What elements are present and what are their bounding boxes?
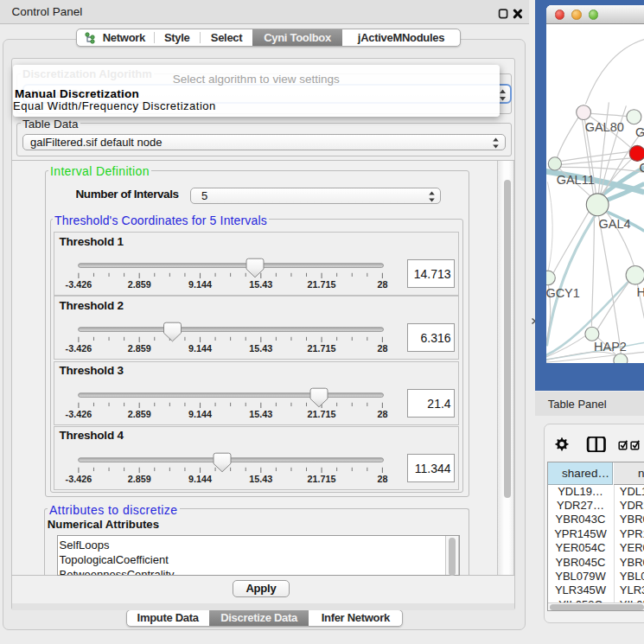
svg-text:GAL4: GAL4 — [598, 217, 630, 231]
svg-text:9.144: 9.144 — [188, 279, 212, 290]
svg-text:-3.426: -3.426 — [66, 343, 92, 354]
svg-text:2.859: 2.859 — [128, 279, 151, 290]
svg-text:21.715: 21.715 — [308, 473, 336, 483]
svg-text:C: C — [639, 160, 644, 174]
svg-text:HAP2: HAP2 — [594, 339, 627, 353]
svg-text:H: H — [636, 284, 644, 298]
svg-text:15.43: 15.43 — [249, 408, 272, 418]
svg-text:28: 28 — [377, 408, 387, 418]
svg-text:15.43: 15.43 — [249, 279, 272, 290]
svg-text:21.715: 21.715 — [308, 343, 336, 354]
svg-text:9.144: 9.144 — [188, 473, 212, 483]
svg-text:15.43: 15.43 — [249, 343, 272, 354]
svg-text:-3.426: -3.426 — [66, 473, 92, 483]
svg-text:28: 28 — [377, 279, 387, 290]
svg-text:15.43: 15.43 — [249, 473, 272, 483]
svg-text:GCY1: GCY1 — [546, 286, 580, 300]
svg-text:GA: GA — [634, 125, 643, 139]
svg-text:21.715: 21.715 — [308, 279, 336, 290]
svg-text:9.144: 9.144 — [188, 408, 212, 418]
svg-text:28: 28 — [377, 473, 387, 483]
svg-text:2.859: 2.859 — [128, 473, 151, 483]
svg-text:GAL11: GAL11 — [556, 172, 594, 186]
svg-text:2.859: 2.859 — [128, 408, 151, 418]
svg-text:-3.426: -3.426 — [66, 408, 92, 418]
svg-text:21.715: 21.715 — [308, 408, 336, 418]
svg-text:-3.426: -3.426 — [66, 279, 92, 290]
svg-text:9.144: 9.144 — [188, 343, 212, 354]
svg-text:2.859: 2.859 — [128, 343, 151, 354]
svg-text:GAL80: GAL80 — [584, 119, 623, 133]
svg-text:28: 28 — [377, 343, 387, 354]
